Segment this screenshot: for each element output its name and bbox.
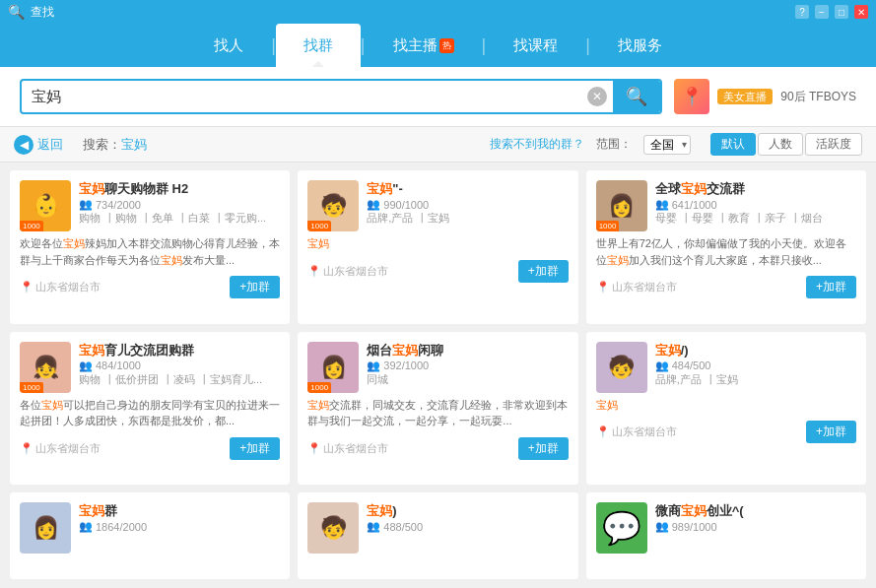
location-pin-icon: 📍	[20, 442, 34, 455]
group-card-top: 👩 1000 烟台宝妈闲聊 👥 392/1000 同城	[307, 342, 568, 393]
group-card-top: 🧒 宝妈) 👥 488/500	[307, 502, 568, 554]
group-location: 📍 山东省烟台市	[20, 441, 101, 456]
group-avatar: 👧 1000	[20, 342, 71, 393]
location-pin-icon: 📍	[307, 442, 321, 455]
people-icon: 👥	[655, 359, 669, 372]
search-clear-btn[interactable]: ✕	[587, 87, 607, 106]
nav-find-course[interactable]: 找课程	[486, 24, 585, 67]
range-select-wrapper: 全国	[643, 135, 691, 155]
nav-find-host[interactable]: 找主播 热	[366, 24, 482, 67]
group-card: 👩 宝妈群 👥 1864/2000	[10, 492, 290, 579]
group-footer: 📍 山东省烟台市 +加群	[20, 276, 280, 298]
location-pin-icon: 📍	[596, 281, 610, 294]
user-name: TFBOYS	[809, 90, 856, 103]
join-group-button[interactable]: +加群	[518, 260, 569, 283]
maximize-btn[interactable]: □	[835, 5, 848, 19]
sort-tabs: 默认 人数 活跃度	[710, 133, 862, 156]
group-members: 👥 641/1000	[655, 198, 856, 211]
back-button[interactable]: ◀ 返回	[14, 135, 63, 155]
avatar-badge: 1000	[307, 382, 331, 393]
group-tags: 同城	[367, 372, 568, 387]
join-group-button[interactable]: +加群	[230, 437, 280, 460]
clear-icon: ✕	[592, 90, 602, 103]
group-card: 👩 1000 全球宝妈交流群 👥 641/1000 母婴丨母婴丨教育丨亲子丨烟台…	[586, 170, 866, 324]
group-location: 📍 山东省烟台市	[20, 280, 101, 294]
nav-bar: 找人 | 找群 | 找主播 热 | 找课程 | 找服务	[0, 24, 876, 67]
group-info: 宝妈) 👥 488/500	[367, 502, 568, 533]
avatar-badge: 1000	[20, 382, 43, 393]
search-box: ✕ 🔍	[20, 79, 662, 114]
group-info: 微商宝妈创业^( 👥 989/1000	[655, 502, 856, 533]
group-card: 💬 微商宝妈创业^( 👥 989/1000	[586, 492, 866, 579]
location-icon: 📍	[681, 86, 703, 107]
range-label: 范围：	[596, 136, 632, 153]
group-info: 烟台宝妈闲聊 👥 392/1000 同城	[367, 342, 568, 387]
user-info: 90后 TFBOYS	[780, 89, 856, 105]
nav-find-host-label: 找主播	[393, 36, 438, 55]
join-group-button[interactable]: +加群	[518, 437, 569, 460]
nav-find-service[interactable]: 找服务	[590, 24, 690, 67]
group-info: 全球宝妈交流群 👥 641/1000 母婴丨母婴丨教育丨亲子丨烟台	[655, 180, 856, 226]
join-group-button[interactable]: +加群	[806, 421, 856, 443]
back-label: 返回	[37, 136, 63, 154]
nav-find-group-label: 找群	[303, 36, 333, 55]
filter-bar: ◀ 返回 搜索：宝妈 搜索不到我的群？ 范围： 全国 默认 人数 活跃度	[0, 127, 876, 163]
group-tags: 品牌,产品丨宝妈	[655, 372, 856, 387]
sort-tab-activity[interactable]: 活跃度	[805, 133, 862, 156]
user-tag: 美女直播	[717, 89, 773, 104]
group-card-top: 🧒 宝妈/) 👥 484/500 品牌,产品丨宝妈	[596, 342, 856, 393]
group-name: 宝妈群	[79, 502, 280, 520]
group-desc: 宝妈交流群，同城交友，交流育儿经验，非常欢迎到本群与我们一起交流，一起分享，一起…	[307, 397, 568, 429]
app-icon: 🔍	[8, 4, 25, 20]
group-location: 📍 山东省烟台市	[596, 425, 677, 439]
search-prefix: 搜索：宝妈	[83, 136, 147, 154]
close-btn[interactable]: ✕	[854, 5, 868, 19]
group-avatar: 💬	[596, 502, 647, 554]
range-select[interactable]: 全国	[643, 135, 691, 155]
group-location: 📍 山东省烟台市	[596, 280, 677, 294]
people-icon: 👥	[367, 198, 380, 211]
nav-find-group[interactable]: 找群	[276, 24, 361, 67]
search-button[interactable]: 🔍	[613, 79, 660, 114]
group-avatar: 🧒	[307, 502, 359, 554]
group-avatar: 👩	[20, 502, 71, 554]
group-members: 👥 392/1000	[367, 359, 568, 372]
group-desc: 世界上有72亿人，你却偏偏做了我的小天使。欢迎各位宝妈加入我们这个育儿大家庭，本…	[596, 235, 856, 268]
minimize-btn[interactable]: −	[815, 5, 829, 19]
people-icon: 👥	[79, 359, 93, 372]
not-found-link[interactable]: 搜索不到我的群？	[490, 136, 584, 153]
group-members: 👥 734/2000	[79, 198, 280, 211]
group-avatar: 🧒	[596, 342, 647, 393]
group-card-top: 💬 微商宝妈创业^( 👥 989/1000	[596, 502, 856, 554]
group-location: 📍 山东省烟台市	[307, 264, 388, 279]
group-avatar: 👶 1000	[20, 180, 71, 231]
join-group-button[interactable]: +加群	[230, 276, 280, 298]
group-members: 👥 484/500	[655, 359, 856, 372]
group-name: 烟台宝妈闲聊	[367, 342, 568, 359]
group-card-top: 🧒 1000 宝妈"- 👥 990/1000 品牌,产品丨宝妈	[307, 180, 568, 231]
group-name: 宝妈聊天购物群 H2	[79, 180, 280, 198]
people-icon: 👥	[655, 198, 669, 211]
group-desc: 欢迎各位宝妈辣妈加入本群交流购物心得育儿经验，本群与上千商家合作每天为各位宝妈发…	[20, 235, 280, 268]
avatar-emoji: 🧒	[307, 502, 359, 554]
join-group-button[interactable]: +加群	[806, 276, 856, 298]
group-card: 🧒 宝妈) 👥 488/500	[298, 492, 577, 579]
title-bar: 🔍 查找 ? − □ ✕	[0, 0, 876, 24]
nav-find-people[interactable]: 找人	[186, 24, 271, 67]
avatar-badge: 1000	[20, 221, 43, 231]
sort-tab-members[interactable]: 人数	[758, 133, 803, 156]
group-footer: 📍 山东省烟台市 +加群	[307, 437, 568, 460]
group-desc: 各位宝妈可以把自己身边的朋友同学有宝贝的拉进来一起拼团！人多成团快，东西都是批发…	[20, 397, 280, 429]
help-btn[interactable]: ?	[795, 5, 809, 19]
group-tags: 母婴丨母婴丨教育丨亲子丨烟台	[655, 211, 856, 226]
avatar: 📍	[674, 79, 709, 114]
search-input[interactable]	[22, 89, 587, 105]
window-controls: ? − □ ✕	[795, 5, 868, 19]
group-footer: 📍 山东省烟台市 +加群	[596, 276, 856, 298]
sort-tab-default[interactable]: 默认	[710, 133, 756, 156]
search-area: ✕ 🔍 📍 美女直播 90后 TFBOYS	[0, 67, 876, 127]
group-card-top: 👶 1000 宝妈聊天购物群 H2 👥 734/2000 购物丨购物丨免单丨白菜…	[20, 180, 280, 231]
group-footer: 📍 山东省烟台市 +加群	[307, 260, 568, 283]
people-icon: 👥	[367, 520, 380, 533]
group-name: 宝妈"-	[367, 180, 568, 198]
